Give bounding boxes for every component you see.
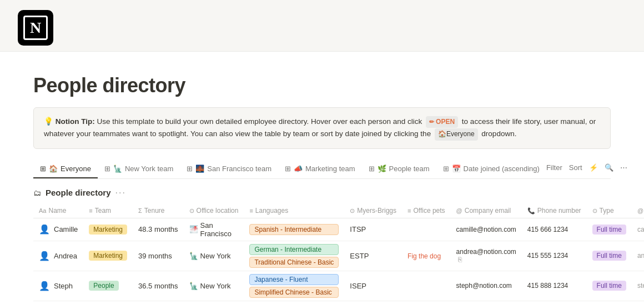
cell-office-camille: 🌁 San Francisco	[184, 218, 244, 241]
table-row[interactable]: 👤 Camille Marketing 48.3 months 🌁 San Fr…	[33, 218, 644, 241]
col-icon-pets: ≡	[407, 207, 411, 214]
col-phone: 📞Phone number	[522, 203, 587, 218]
col-icon-phone: 📞	[527, 207, 535, 214]
table-row[interactable]: 👤 Andrea Marketing 39 months 🗽 New York	[33, 241, 644, 271]
cell-office-steph: 🗽 New York	[184, 271, 244, 301]
notion-logo: N	[18, 10, 53, 46]
team-tag-camille: Marketing	[89, 225, 127, 235]
location-andrea: 🗽 New York	[189, 252, 239, 260]
lang-stack-andrea: German - Intermediate Traditional Chines…	[249, 244, 339, 268]
notion-logo-inner: N	[23, 16, 48, 40]
col-name: AaName	[33, 203, 83, 218]
cell-phone-andrea: 415 555 1234	[522, 241, 587, 271]
filter-button[interactable]: Filter	[546, 163, 562, 172]
tab-people[interactable]: ⊞ 🌿 People team	[362, 161, 436, 178]
cell-lang-nate: Spanish - Basic	[244, 301, 344, 304]
tab-icon-emoji-ppl: 🌿	[378, 165, 386, 173]
more-button[interactable]: ⋯	[620, 163, 627, 172]
tabs-row: ⊞ 🏠 Everyone ⊞ 🗽 New York team ⊞ 🌉 San F…	[33, 161, 611, 179]
cell-lang-camille: Spanish - Intermediate	[244, 218, 344, 241]
tab-icon-emoji-mkt: 📣	[294, 165, 303, 173]
cell-team-andrea: Marketing	[83, 241, 133, 271]
cell-email-camille: camille@notion.com	[451, 218, 522, 241]
page-title: People directory	[33, 74, 611, 97]
col-mb: ⊙Myers-Briggs	[344, 203, 402, 218]
cell-phone-steph: 415 888 1234	[522, 271, 587, 301]
cell-team-camille: Marketing	[83, 218, 133, 241]
col-team: ≡Team	[83, 203, 133, 218]
cell-pets-camille	[402, 218, 451, 241]
col-icon-type: ⊙	[592, 207, 597, 214]
table-title-icon: 🗂	[33, 188, 41, 197]
type-tag-steph: Full time	[592, 281, 626, 291]
person-avatar-icon-camille: 👤	[39, 224, 50, 235]
col-languages: ≡Languages	[244, 203, 344, 218]
table-row[interactable]: 👤 Nate People 36.1 months 🌁 San Francisc…	[33, 301, 644, 304]
everyone-badge[interactable]: 🏠 Everyone	[435, 128, 478, 140]
cell-type-camille: Full time	[587, 218, 632, 241]
tip-label: Notion Tip:	[56, 117, 95, 126]
col-icon-lang: ≡	[249, 207, 253, 214]
table-dots[interactable]: ···	[115, 188, 126, 198]
tab-label-everyone: Everyone	[61, 165, 91, 173]
table-row[interactable]: 👤 Steph People 36.5 months 🗽 New York	[33, 271, 644, 301]
tabs-actions: Filter Sort ⚡ 🔍 ⋯	[546, 163, 627, 176]
col-email: @Company email	[451, 203, 522, 218]
cell-pets-andrea: Fig the dog	[402, 241, 451, 271]
search-button[interactable]: 🔍	[605, 163, 613, 172]
table-title-row: 🗂 People directory ···	[33, 188, 611, 198]
tab-label-ny: New York team	[125, 165, 173, 173]
col-icon-tenure: Σ	[138, 207, 142, 214]
location-icon-steph: 🗽	[189, 282, 198, 290]
team-tag-andrea: Marketing	[89, 251, 127, 261]
table-header-row: AaName ≡Team ΣTenure ⊙Office location ≡L…	[33, 203, 644, 218]
lightning-button[interactable]: ⚡	[589, 163, 598, 172]
sort-button[interactable]: Sort	[569, 163, 582, 172]
edit-icon: ✏	[429, 117, 434, 127]
person-cell-camille: 👤 Camille	[39, 224, 78, 235]
tab-sf[interactable]: ⊞ 🌉 San Francisco team	[180, 161, 278, 178]
tab-icon-emoji: 🏠	[49, 165, 58, 173]
copy-icon-andrea[interactable]: ⎘	[458, 256, 462, 263]
location-steph: 🗽 New York	[189, 282, 239, 290]
open-badge[interactable]: ✏ OPEN	[426, 116, 458, 128]
cell-name-camille: 👤 Camille	[33, 218, 83, 241]
tab-newyork[interactable]: ⊞ 🗽 New York team	[98, 161, 180, 178]
tab-date[interactable]: ⊞ 📅 Date joined (ascending)	[436, 161, 546, 178]
cell-tenure-camille: 48.3 months	[133, 218, 184, 241]
cell-name-andrea: 👤 Andrea	[33, 241, 83, 271]
cell-type-nate: Full time	[587, 301, 632, 304]
tip-text3: dropdown.	[481, 129, 516, 138]
tab-marketing[interactable]: ⊞ 📣 Marketing team	[278, 161, 362, 178]
tab-icon-date: ⊞	[443, 165, 449, 173]
cell-extra-steph: ste...	[632, 271, 644, 301]
location-label-andrea: New York	[200, 252, 231, 260]
col-extra: @	[632, 203, 644, 218]
cell-mb-camille: ITSP	[344, 218, 402, 241]
tab-everyone[interactable]: ⊞ 🏠 Everyone	[33, 161, 98, 178]
person-avatar-icon-andrea: 👤	[39, 251, 50, 261]
people-table: AaName ≡Team ΣTenure ⊙Office location ≡L…	[33, 203, 644, 304]
col-icon-name: Aa	[39, 207, 46, 214]
tip-text1: Use this template to build your own deta…	[97, 117, 425, 126]
cell-email-nate: nate@notion.com	[451, 301, 522, 304]
tab-icon-sf: ⊞	[187, 165, 193, 173]
cell-office-nate: 🌁 San Francisco	[184, 301, 244, 304]
cell-team-steph: People	[83, 271, 133, 301]
person-cell-steph: 👤 Steph	[39, 281, 78, 291]
col-icon-extra: @	[637, 207, 643, 214]
cell-mb-andrea: ESTP	[344, 241, 402, 271]
tab-icon-ny: ⊞	[104, 165, 110, 173]
page-content: People directory 💡 Notion Tip: Use this …	[0, 52, 644, 304]
tip-bulb-icon: 💡	[44, 117, 53, 126]
cell-tenure-steph: 36.5 months	[133, 271, 184, 301]
tab-icon-mkt: ⊞	[285, 165, 291, 173]
cell-mb-nate: ESTJ	[344, 301, 402, 304]
col-office: ⊙Office location	[184, 203, 244, 218]
cell-tenure-andrea: 39 months	[133, 241, 184, 271]
everyone-label: Everyone	[446, 129, 475, 139]
cell-office-andrea: 🗽 New York	[184, 241, 244, 271]
cell-lang-andrea: German - Intermediate Traditional Chines…	[244, 241, 344, 271]
type-tag-andrea: Full time	[592, 251, 626, 261]
team-tag-steph: People	[89, 281, 118, 291]
